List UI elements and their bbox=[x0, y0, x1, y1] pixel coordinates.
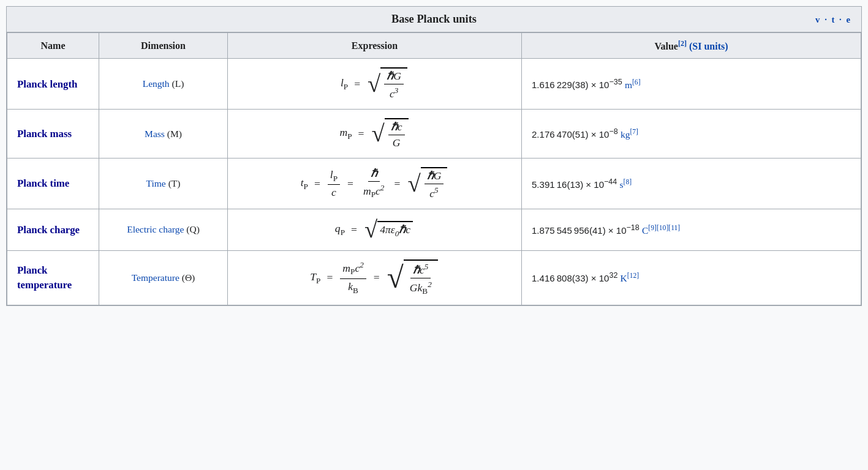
planck-temperature-link[interactable]: Planck temperature bbox=[17, 264, 72, 291]
planck-length-value: 1.616 229(38) × 10−35 m[6] bbox=[522, 59, 861, 110]
planck-mass-name: Planck mass bbox=[7, 110, 99, 159]
temperature-link[interactable]: Temperature bbox=[132, 272, 179, 283]
col-header-value: Value[2] (SI units) bbox=[522, 33, 861, 59]
page-wrapper: Base Planck units v · t · e Name Dimensi… bbox=[0, 0, 868, 312]
planck-time-expression: tP = lP c = ℏ mPc2 = bbox=[228, 159, 522, 209]
table-title: Base Planck units bbox=[391, 13, 477, 25]
mass-link[interactable]: Mass bbox=[145, 129, 165, 139]
table-header: Base Planck units v · t · e bbox=[7, 7, 861, 32]
meter-link[interactable]: m bbox=[625, 80, 632, 90]
charge-ref-11[interactable]: [11] bbox=[668, 224, 680, 232]
col-header-name: Name bbox=[7, 33, 99, 59]
table-header-row: Name Dimension Expression Value[2] (SI u… bbox=[7, 33, 861, 59]
mass-ref-7[interactable]: [7] bbox=[630, 128, 638, 136]
planck-charge-dimension: Electric charge (Q) bbox=[99, 209, 228, 251]
planck-mass-value: 2.176 470(51) × 10−8 kg[7] bbox=[522, 110, 861, 159]
kelvin-link[interactable]: K bbox=[621, 273, 627, 283]
table-row: Planck time Time (T) tP = lP c bbox=[7, 159, 861, 209]
planck-mass-dimension: Mass (M) bbox=[99, 110, 228, 159]
table-row: Planck temperature Temperature (Θ) TP = … bbox=[7, 250, 861, 305]
planck-temperature-dimension: Temperature (Θ) bbox=[99, 250, 228, 305]
planck-mass-link[interactable]: Planck mass bbox=[17, 128, 72, 140]
charge-ref-10[interactable]: [10] bbox=[657, 224, 668, 232]
planck-length-link[interactable]: Planck length bbox=[17, 78, 77, 90]
value-ref-2[interactable]: [2] bbox=[678, 39, 687, 48]
planck-temperature-name: Planck temperature bbox=[7, 250, 99, 305]
length-ref-6[interactable]: [6] bbox=[632, 78, 641, 86]
planck-time-dimension: Time (T) bbox=[99, 159, 228, 209]
vte-links[interactable]: v · t · e bbox=[815, 14, 851, 24]
temperature-ref-12[interactable]: [12] bbox=[627, 272, 639, 280]
planck-time-value: 5.391 16(13) × 10−44 s[8] bbox=[522, 159, 861, 209]
time-link[interactable]: Time bbox=[146, 178, 166, 188]
table-row: Planck length Length (L) lP = √ bbox=[7, 59, 861, 110]
coulomb-link[interactable]: C bbox=[642, 225, 648, 236]
planck-time-link[interactable]: Planck time bbox=[17, 177, 69, 189]
vte-v-link[interactable]: v bbox=[815, 14, 821, 24]
table-container: Base Planck units v · t · e Name Dimensi… bbox=[6, 6, 862, 306]
planck-mass-expression: mP = √ ℏc G bbox=[228, 110, 522, 159]
planck-time-name: Planck time bbox=[7, 159, 99, 209]
planck-charge-value: 1.875 545 956(41) × 10−18 C[9][10][11] bbox=[522, 209, 861, 251]
length-link[interactable]: Length bbox=[143, 78, 170, 89]
planck-charge-link[interactable]: Planck charge bbox=[17, 224, 80, 236]
planck-length-expression: lP = √ ℏG c3 bbox=[228, 59, 522, 110]
time-ref-8[interactable]: [8] bbox=[624, 177, 632, 185]
vte-t-link[interactable]: t bbox=[832, 14, 836, 24]
planck-temperature-value: 1.416 808(33) × 1032 K[12] bbox=[522, 250, 861, 305]
planck-length-dimension: Length (L) bbox=[99, 59, 228, 110]
planck-units-table: Name Dimension Expression Value[2] (SI u… bbox=[7, 32, 861, 305]
col-header-expression: Expression bbox=[228, 33, 522, 59]
planck-charge-name: Planck charge bbox=[7, 209, 99, 251]
table-row: Planck mass Mass (M) mP = √ bbox=[7, 110, 861, 159]
planck-temperature-expression: TP = mPc2 kB = √ ℏc5 bbox=[228, 250, 522, 305]
planck-length-name: Planck length bbox=[7, 59, 99, 110]
charge-ref-9[interactable]: [9] bbox=[648, 224, 657, 232]
table-row: Planck charge Electric charge (Q) qP = √ bbox=[7, 209, 861, 251]
col-header-dimension: Dimension bbox=[99, 33, 228, 59]
kg-link[interactable]: kg bbox=[621, 129, 630, 140]
planck-charge-expression: qP = √ 4πε0ℏc bbox=[228, 209, 522, 251]
vte-e-link[interactable]: e bbox=[846, 14, 851, 24]
electric-charge-link[interactable]: Electric charge bbox=[127, 224, 184, 234]
